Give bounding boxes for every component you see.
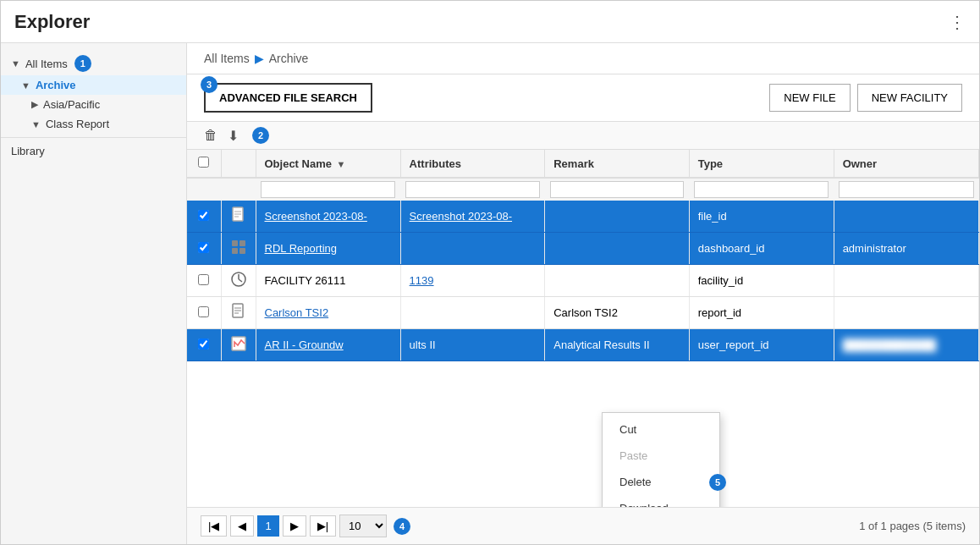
- content-area: All Items ▶ Archive 3 ADVANCED FILE SEAR…: [187, 43, 979, 544]
- table-row[interactable]: FACILITY 26111 1139 facility_id: [187, 265, 979, 297]
- sort-icon[interactable]: ▼: [337, 159, 346, 169]
- file-icon: [230, 206, 247, 223]
- adv-search-button[interactable]: 3 ADVANCED FILE SEARCH: [204, 83, 372, 113]
- row5-attributes: ults II: [410, 339, 436, 351]
- prev-page-button[interactable]: ◀: [230, 515, 254, 537]
- row5-checkbox[interactable]: [198, 339, 209, 350]
- per-page-select[interactable]: 10 25 50 100: [339, 515, 387, 537]
- filter-row: [187, 178, 979, 201]
- facility-icon: [230, 271, 247, 288]
- badge-2: 2: [252, 127, 269, 144]
- table-row[interactable]: Screenshot 2023-08- Screenshot 2023-08- …: [187, 201, 979, 233]
- filter-object-name[interactable]: [261, 181, 395, 198]
- row2-checkbox[interactable]: [198, 242, 209, 253]
- delete-label: Delete: [619, 476, 652, 488]
- toolbar: 3 ADVANCED FILE SEARCH NEW FILE NEW FACI…: [187, 74, 979, 122]
- filter-owner[interactable]: [839, 181, 973, 198]
- first-page-button[interactable]: |◀: [201, 515, 227, 537]
- delete-icon-button[interactable]: 🗑: [204, 128, 217, 143]
- row4-type: report_id: [698, 306, 741, 319]
- row3-attributes[interactable]: 1139: [410, 274, 434, 287]
- last-page-button[interactable]: ▶|: [310, 515, 336, 537]
- row4-checkbox[interactable]: [198, 306, 209, 317]
- sidebar-label-asia-pacific: Asia/Pacific: [43, 98, 100, 111]
- row1-attributes[interactable]: Screenshot 2023-08-: [410, 210, 512, 223]
- pagination-info: 1 of 1 pages (5 items): [859, 520, 966, 532]
- new-file-button[interactable]: NEW FILE: [769, 84, 850, 112]
- badge-1: 1: [74, 55, 91, 72]
- sidebar-label-library: Library: [11, 145, 45, 157]
- menu-icon[interactable]: ⋮: [949, 12, 966, 32]
- next-page-button[interactable]: ▶: [283, 515, 306, 537]
- badge-4: 4: [394, 518, 410, 535]
- new-facility-label: NEW FACILITY: [872, 91, 948, 104]
- app-title: Explorer: [14, 11, 90, 33]
- row4-object-name[interactable]: Carlson TSI2: [265, 306, 329, 319]
- sidebar-label-class-report: Class Report: [46, 118, 109, 130]
- row1-checkbox[interactable]: [198, 210, 209, 221]
- pagination-bar: |◀ ◀ 1 ▶ ▶| 10 25 50 100 4 1: [187, 507, 979, 544]
- col-remark: Remark: [545, 150, 689, 178]
- app-window: Explorer ⋮ ▼ All Items 1 ▼ Archive ▶ Asi…: [0, 0, 980, 545]
- breadcrumb-archive[interactable]: Archive: [269, 52, 309, 65]
- context-menu-download[interactable]: Download: [603, 495, 719, 507]
- cut-label: Cut: [619, 423, 636, 436]
- current-page-button[interactable]: 1: [257, 515, 278, 537]
- badge-5: 5: [709, 474, 726, 491]
- user-report-icon: [230, 335, 247, 352]
- svg-rect-4: [232, 240, 238, 246]
- sidebar: ▼ All Items 1 ▼ Archive ▶ Asia/Pacific ▼…: [1, 43, 187, 544]
- toggle-archive: ▼: [21, 80, 30, 91]
- table-row[interactable]: RDL Reporting dashboard_id administrator: [187, 233, 979, 265]
- sidebar-divider: [1, 137, 186, 138]
- filter-type[interactable]: [694, 181, 829, 198]
- row2-object-name[interactable]: RDL Reporting: [265, 242, 338, 255]
- pagination-info-text: 1 of 1 pages (5 items): [859, 520, 966, 532]
- row5-remark: Analytical Results II: [553, 339, 649, 351]
- row5-owner: ████████████: [843, 339, 937, 351]
- row5-object-name[interactable]: AR II - Groundw: [265, 339, 344, 351]
- filter-remark[interactable]: [550, 181, 684, 198]
- svg-rect-7: [239, 248, 245, 254]
- toolbar-right: NEW FILE NEW FACILITY: [769, 84, 962, 112]
- file-table: Object Name ▼ Attributes Remark Type Own…: [187, 150, 979, 361]
- context-menu-delete[interactable]: Delete 5: [603, 469, 719, 495]
- toggle-asia-pacific: ▶: [31, 99, 38, 110]
- row1-object-name[interactable]: Screenshot 2023-08-: [265, 210, 367, 223]
- row3-checkbox[interactable]: [198, 274, 209, 285]
- table-row[interactable]: AR II - Groundw ults II Analytical Resul…: [187, 329, 979, 361]
- title-bar: Explorer ⋮: [1, 1, 979, 43]
- svg-rect-6: [232, 248, 238, 254]
- context-menu-cut[interactable]: Cut: [603, 416, 719, 443]
- sidebar-item-asia-pacific[interactable]: ▶ Asia/Pacific: [1, 95, 186, 114]
- row1-type: file_id: [698, 210, 727, 223]
- download-icon-button[interactable]: ⬇: [228, 128, 239, 144]
- table-header-row: Object Name ▼ Attributes Remark Type Own…: [187, 150, 979, 178]
- sidebar-item-class-report[interactable]: ▼ Class Report: [1, 114, 186, 134]
- row5-type: user_report_id: [698, 339, 769, 351]
- sidebar-item-library[interactable]: Library: [1, 141, 186, 161]
- context-menu-paste: Paste: [603, 443, 719, 469]
- adv-search-label: ADVANCED FILE SEARCH: [219, 91, 357, 104]
- main-layout: ▼ All Items 1 ▼ Archive ▶ Asia/Pacific ▼…: [1, 43, 979, 544]
- new-file-label: NEW FILE: [784, 91, 835, 104]
- sidebar-item-all-items[interactable]: ▼ All Items 1: [1, 52, 186, 75]
- toolbar-left: 3 ADVANCED FILE SEARCH: [204, 83, 372, 113]
- table-toolbar: 🗑 ⬇ 2: [187, 122, 979, 150]
- col-checkbox: [187, 150, 221, 178]
- current-page-label: 1: [265, 520, 271, 532]
- sidebar-label-archive: Archive: [36, 79, 76, 91]
- table-row[interactable]: Carlson TSI2 Carlson TSI2 report_id: [187, 297, 979, 329]
- sidebar-item-archive[interactable]: ▼ Archive: [1, 75, 186, 95]
- col-icon: [221, 150, 256, 178]
- breadcrumb-all-items[interactable]: All Items: [204, 52, 250, 65]
- row2-owner: administrator: [843, 242, 906, 255]
- row3-object-name: FACILITY 26111: [265, 274, 346, 287]
- new-facility-button[interactable]: NEW FACILITY: [857, 84, 962, 112]
- col-object-name[interactable]: Object Name ▼: [256, 150, 400, 178]
- col-attributes: Attributes: [400, 150, 545, 178]
- badge-3: 3: [201, 76, 217, 93]
- select-all-checkbox[interactable]: [198, 157, 209, 168]
- row3-type: facility_id: [698, 274, 743, 287]
- filter-attributes[interactable]: [405, 181, 540, 198]
